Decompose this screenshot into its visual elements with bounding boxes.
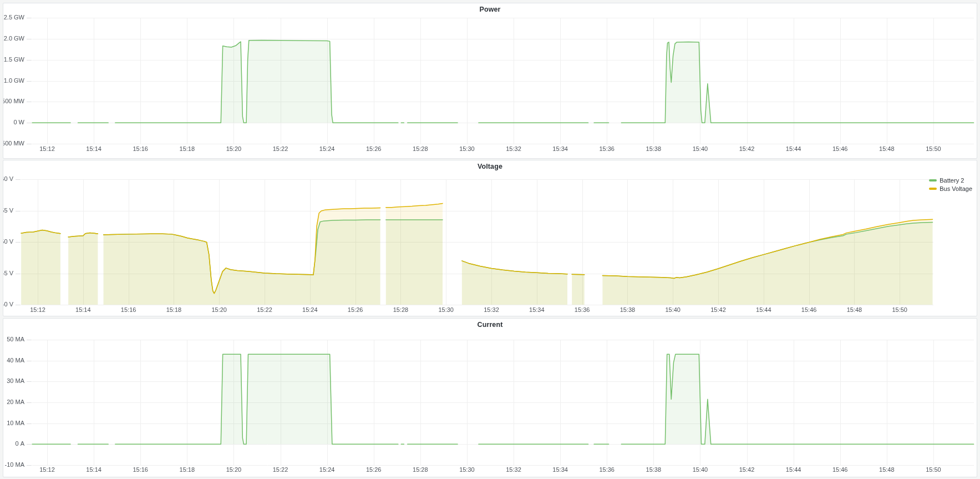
power-chart-canvas[interactable] bbox=[3, 3, 976, 157]
legend-label-bus-voltage: Bus Voltage bbox=[940, 185, 972, 192]
legend-label-battery2: Battery 2 bbox=[940, 177, 964, 184]
panel-title-power[interactable]: Power bbox=[3, 3, 977, 16]
battery2-series-swatch bbox=[929, 179, 937, 181]
panel-power: Power bbox=[3, 3, 977, 159]
legend-item-bus-voltage[interactable]: Bus Voltage bbox=[929, 185, 972, 192]
voltage-chart-canvas[interactable] bbox=[3, 160, 976, 315]
panel-title-voltage[interactable]: Voltage bbox=[3, 160, 977, 173]
voltage-legend: Battery 2 Bus Voltage bbox=[929, 177, 972, 192]
panel-voltage: Voltage Battery 2 Bus Voltage bbox=[3, 160, 977, 316]
legend-item-battery2[interactable]: Battery 2 bbox=[929, 177, 972, 184]
dashboard: Power Voltage Battery 2 Bus Voltage Curr… bbox=[0, 0, 980, 479]
panel-title-current[interactable]: Current bbox=[3, 319, 977, 331]
panel-current: Current bbox=[3, 318, 977, 477]
bus-voltage-series-swatch bbox=[929, 188, 937, 190]
current-chart-canvas[interactable] bbox=[3, 319, 976, 476]
